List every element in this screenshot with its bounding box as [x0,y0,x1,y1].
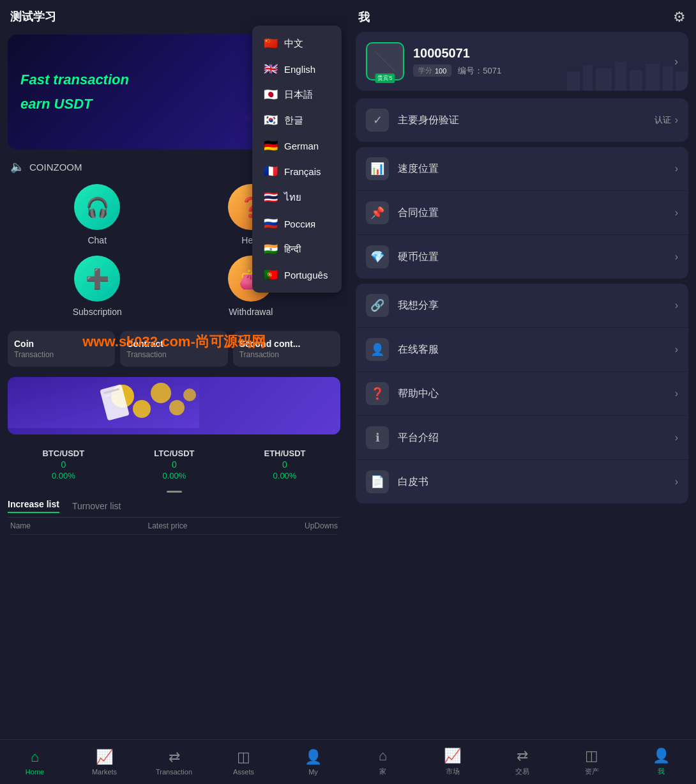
menu-item-帮助中心[interactable]: ❓ 帮助中心 › [356,372,688,416]
pair-change: 0.00% [154,471,194,480]
tab-title: Contract [126,339,221,349]
nav-item-Assets[interactable]: ◫ Assets [209,749,278,776]
menu-item-主要身份验证[interactable]: ✓ 主要身份验证 认证 › [356,98,688,142]
nav-item-Home[interactable]: ⌂ Home [0,749,70,776]
app-title: 测试学习 [10,9,56,24]
tab-title: Coin [14,339,109,349]
硬币位置-menu-icon: 💎 [366,245,389,268]
menu-item-平台介绍[interactable]: ℹ 平台介绍 › [356,416,688,460]
menu-section: ✓ 主要身份验证 认证 › 📊 速度位置 › 📌 合同位置 › 💎 硬币位置 [348,98,696,739]
flag-icon: 🇹🇭 [264,190,278,204]
tab-turnover-list[interactable]: Turnover list [72,501,121,511]
menu-item-在线客服[interactable]: 👤 在线客服 › [356,328,688,372]
score-value: 100 [435,67,446,75]
menu-chevron-icon: › [675,114,678,126]
menu-chevron-icon: › [675,300,678,311]
tab-card-contract[interactable]: Contract Transaction [120,331,227,367]
menu-right: 认证 › [654,114,678,126]
right-nav-item-家[interactable]: ⌂ 家 [348,748,418,776]
market-pair-BTC-USDT: BTC/USDT 0 0.00% [42,449,84,480]
Assets-nav-label: Assets [233,768,254,776]
tab-increase-list[interactable]: Increase list [8,499,59,513]
right-nav-item-交易[interactable]: ⇄ 交易 [487,748,557,776]
language-item-한글[interactable]: 🇰🇷한글 [252,107,342,133]
menu-item-白皮书[interactable]: 📄 白皮书 › [356,460,688,503]
在线客服-menu-label: 在线客服 [398,343,666,357]
Markets-nav-label: Markets [92,768,117,776]
profile-card[interactable]: 贵宾5 10005071 学分 100 编号：5071 › [356,32,688,91]
menu-item-我想分享[interactable]: 🔗 我想分享 › [356,284,688,328]
交易-right-nav-label: 交易 [515,767,529,776]
language-item-日本語[interactable]: 🇯🇵日本語 [252,82,342,107]
flag-icon: 🇮🇳 [264,242,278,256]
市场-right-nav-label: 市场 [446,767,460,776]
白皮书-menu-label: 白皮书 [398,475,666,489]
资产-right-nav-label: 资产 [585,767,599,776]
action-btn-subscription[interactable]: ➕ Subscription [26,256,169,317]
right-nav-item-我[interactable]: 👤 我 [626,748,696,776]
action-btn-chat[interactable]: 🎧 Chat [26,184,169,245]
language-item-Россия[interactable]: 🇷🇺Россия [252,211,342,236]
settings-gear-icon[interactable]: ⚙ [673,9,686,26]
chat-circle-icon: 🎧 [74,184,120,230]
nav-item-Transaction[interactable]: ⇄ Transaction [139,749,209,776]
资产-right-nav-icon: ◫ [585,748,598,764]
language-item-German[interactable]: 🇩🇪German [252,133,342,158]
menu-item-硬币位置[interactable]: 💎 硬币位置 › [356,235,688,279]
svg-rect-18 [567,72,580,91]
flag-icon: 🇵🇹 [264,268,278,282]
flag-icon: 🇰🇷 [264,113,278,127]
家-right-nav-label: 家 [379,767,386,776]
svg-rect-21 [615,62,626,91]
language-item-Français[interactable]: 🇫🇷Français [252,158,342,184]
right-nav-item-市场[interactable]: 📈 市场 [418,748,487,776]
language-item-中文[interactable]: 🇨🇳中文 [252,31,342,56]
language-item-ไทย[interactable]: 🇹🇭ไทย [252,184,342,211]
主要身份验证-menu-label: 主要身份验证 [398,114,646,127]
tab-card-second-cont...[interactable]: Second cont... Transaction [233,331,340,367]
avatar: 贵宾5 [366,42,404,81]
主要身份验证-menu-icon: ✓ [366,109,389,132]
menu-chevron-icon: › [675,251,678,263]
My-nav-label: My [308,768,318,776]
market-pairs: BTC/USDT 0 0.00% LTC/USDT 0 0.00% ETH/US… [8,445,340,487]
Transaction-nav-label: Transaction [156,768,192,776]
nav-item-My[interactable]: 👤 My [278,749,348,776]
speaker-icon: 🔈 [10,160,24,174]
menu-card-0: ✓ 主要身份验证 认证 › [356,98,688,142]
nav-item-Markets[interactable]: 📈 Markets [70,749,139,776]
我-right-nav-label: 我 [658,767,665,776]
menu-item-速度位置[interactable]: 📊 速度位置 › [356,147,688,191]
pair-value: 0 [264,459,305,470]
right-bottom-nav: ⌂ 家 📈 市场 ⇄ 交易 ◫ 资产 👤 我 [348,739,696,784]
flag-icon: 🇬🇧 [264,62,278,76]
我想分享-menu-label: 我想分享 [398,299,666,312]
language-item-English[interactable]: 🇬🇧English [252,56,342,82]
language-item-हिन्दी[interactable]: 🇮🇳हिन्दी [252,236,342,262]
svg-rect-19 [583,65,593,91]
header-price: Latest price [148,521,187,530]
tab-sub: Transaction [14,350,109,359]
chat-label: Chat [87,235,107,245]
menu-right: › [675,163,678,174]
scroll-indicator [167,491,182,493]
score-badge: 学分 100 [413,65,451,77]
language-item-Português[interactable]: 🇵🇹Português [252,262,342,288]
menu-card-1: 📊 速度位置 › 📌 合同位置 › 💎 硬币位置 › [356,147,688,279]
tab-card-coin[interactable]: Coin Transaction [8,331,115,367]
right-nav-item-资产[interactable]: ◫ 资产 [557,748,626,776]
menu-chevron-icon: › [675,476,678,488]
帮助中心-menu-label: 帮助中心 [398,387,666,401]
market-tabs-row: Increase list Turnover list [8,496,340,518]
right-header: 我 ⚙ [348,0,696,32]
Home-nav-icon: ⌂ [31,749,39,765]
flag-icon: 🇯🇵 [264,88,278,102]
svg-point-12 [183,388,196,401]
svg-rect-23 [646,64,660,91]
Transaction-nav-icon: ⇄ [169,749,180,765]
svg-point-10 [151,383,171,403]
menu-item-合同位置[interactable]: 📌 合同位置 › [356,191,688,235]
硬币位置-menu-label: 硬币位置 [398,250,666,264]
menu-chevron-icon: › [675,207,678,219]
svg-rect-24 [663,66,673,91]
